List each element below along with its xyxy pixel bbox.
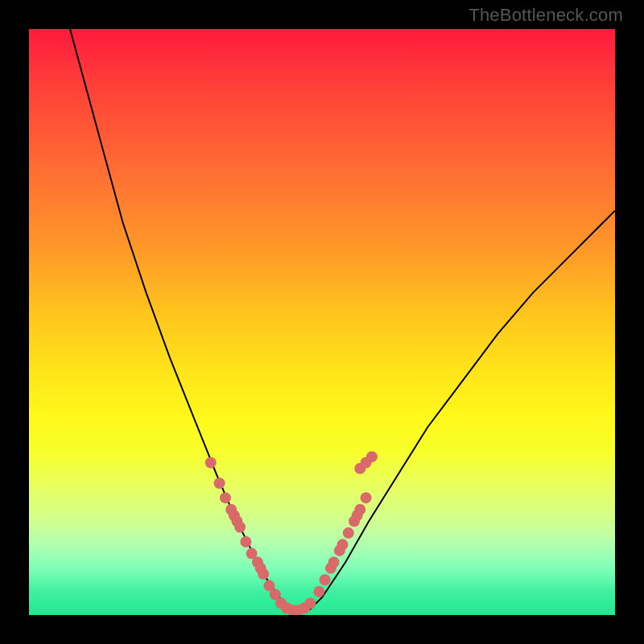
marker-dot — [220, 492, 231, 503]
marker-dot — [304, 597, 316, 609]
marker-dot — [313, 586, 324, 597]
marker-dot — [337, 539, 349, 551]
marker-dot — [205, 457, 217, 469]
marker-dot — [214, 477, 225, 489]
marker-dot — [328, 557, 340, 568]
chart-frame: TheBottleneck.com — [0, 0, 644, 644]
marker-dot — [258, 568, 269, 580]
bottleneck-curve — [70, 29, 615, 612]
marker-dot — [234, 522, 246, 533]
plot-area — [29, 29, 615, 615]
marker-dot — [366, 451, 378, 462]
marker-dot — [240, 536, 251, 547]
watermark-text: TheBottleneck.com — [469, 5, 623, 26]
marker-dot — [320, 574, 331, 585]
marker-dot — [343, 527, 354, 539]
marker-dot — [361, 492, 372, 503]
chart-svg — [29, 29, 615, 615]
marker-dot — [354, 504, 365, 515]
